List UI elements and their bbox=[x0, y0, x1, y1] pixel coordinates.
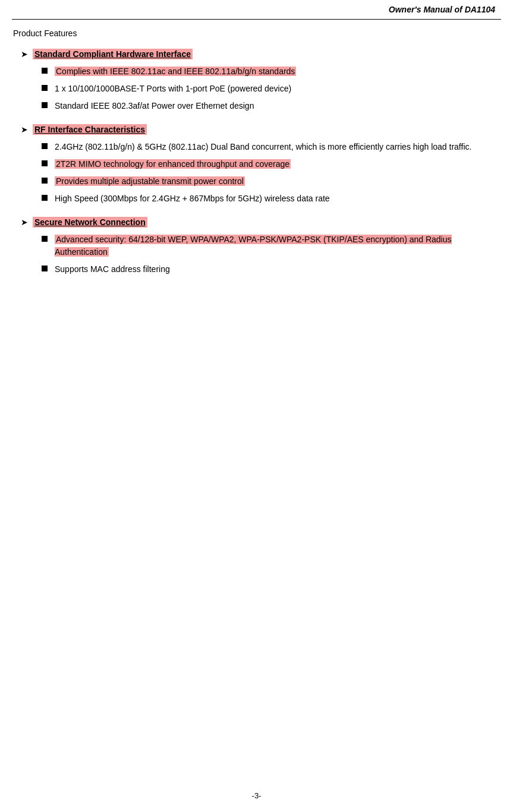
page-container: Owner's Manual of DA1104 Product Feature… bbox=[0, 0, 513, 812]
bullet-icon bbox=[42, 266, 48, 271]
bullet-text: 2.4GHz (802.11b/g/n) & 5GHz (802.11ac) D… bbox=[55, 141, 501, 153]
section-hardware-title: Standard Compliant Hardware Interface bbox=[33, 49, 193, 59]
bullet-icon bbox=[42, 68, 48, 74]
highlighted-text: Advanced security: 64/128-bit WEP, WPA/W… bbox=[55, 235, 452, 257]
section-rf-header: ➤ RF Interface Characteristics bbox=[21, 124, 501, 135]
bullet-icon bbox=[42, 143, 48, 149]
rf-bullet-list: 2.4GHz (802.11b/g/n) & 5GHz (802.11ac) D… bbox=[21, 141, 501, 205]
highlighted-text: Complies with IEEE 802.11ac and IEEE 802… bbox=[55, 67, 296, 76]
bullet-text: Supports MAC address filtering bbox=[55, 263, 501, 276]
bullet-text: 1 x 10/100/1000BASE-T Ports with 1-port … bbox=[55, 83, 501, 95]
page-header: Owner's Manual of DA1104 bbox=[12, 0, 501, 20]
bullet-icon bbox=[42, 160, 48, 166]
section-rf: ➤ RF Interface Characteristics 2.4GHz (8… bbox=[12, 124, 501, 205]
list-item: 1 x 10/100/1000BASE-T Ports with 1-port … bbox=[42, 83, 501, 95]
section-secure-title: Secure Network Connection bbox=[33, 217, 147, 228]
bullet-icon bbox=[42, 195, 48, 201]
bullet-icon bbox=[42, 178, 48, 184]
list-item: Advanced security: 64/128-bit WEP, WPA/W… bbox=[42, 233, 501, 258]
bullet-text: 2T2R MIMO technology for enhanced throug… bbox=[55, 158, 501, 170]
header-title: Owner's Manual of DA1104 bbox=[389, 5, 495, 14]
list-item: Complies with IEEE 802.11ac and IEEE 802… bbox=[42, 65, 501, 78]
section-arrow-hardware: ➤ bbox=[21, 49, 28, 59]
highlighted-text: 2T2R MIMO technology for enhanced throug… bbox=[55, 159, 291, 169]
list-item: Supports MAC address filtering bbox=[42, 263, 501, 276]
bullet-icon bbox=[42, 85, 48, 91]
bullet-icon bbox=[42, 236, 48, 242]
page-number: -3- bbox=[252, 791, 262, 800]
bullet-text: Advanced security: 64/128-bit WEP, WPA/W… bbox=[55, 233, 501, 258]
page-footer: -3- bbox=[0, 791, 513, 800]
page-title: Product Features bbox=[12, 29, 501, 38]
secure-bullet-list: Advanced security: 64/128-bit WEP, WPA/W… bbox=[21, 233, 501, 276]
list-item: High Speed (300Mbps for 2.4GHz + 867Mbps… bbox=[42, 192, 501, 205]
bullet-icon bbox=[42, 102, 48, 108]
highlighted-text: Provides multiple adjustable transmit po… bbox=[55, 176, 245, 186]
section-secure: ➤ Secure Network Connection Advanced sec… bbox=[12, 217, 501, 276]
list-item: Standard IEEE 802.3af/at Power over Ethe… bbox=[42, 100, 501, 112]
bullet-text: High Speed (300Mbps for 2.4GHz + 867Mbps… bbox=[55, 192, 501, 205]
list-item: 2.4GHz (802.11b/g/n) & 5GHz (802.11ac) D… bbox=[42, 141, 501, 153]
section-hardware-header: ➤ Standard Compliant Hardware Interface bbox=[21, 49, 501, 59]
list-item: Provides multiple adjustable transmit po… bbox=[42, 175, 501, 188]
bullet-text: Standard IEEE 802.3af/at Power over Ethe… bbox=[55, 100, 501, 112]
section-hardware: ➤ Standard Compliant Hardware Interface … bbox=[12, 49, 501, 112]
section-secure-header: ➤ Secure Network Connection bbox=[21, 217, 501, 228]
list-item: 2T2R MIMO technology for enhanced throug… bbox=[42, 158, 501, 170]
section-arrow-rf: ➤ bbox=[21, 125, 28, 134]
bullet-text: Provides multiple adjustable transmit po… bbox=[55, 175, 501, 188]
section-arrow-secure: ➤ bbox=[21, 217, 28, 227]
section-rf-title: RF Interface Characteristics bbox=[33, 124, 147, 135]
hardware-bullet-list: Complies with IEEE 802.11ac and IEEE 802… bbox=[21, 65, 501, 112]
bullet-text: Complies with IEEE 802.11ac and IEEE 802… bbox=[55, 65, 501, 78]
